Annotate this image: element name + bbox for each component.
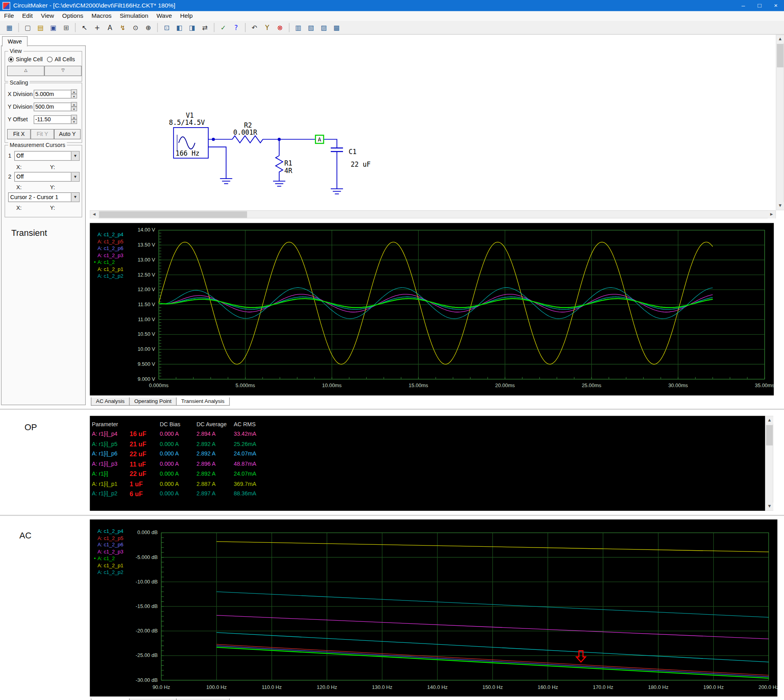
select-tool-icon: ↖: [82, 24, 87, 31]
tab-ac-analysis[interactable]: AC Analysis: [91, 397, 130, 406]
op-column-header: Parameter: [92, 421, 118, 427]
ac-chart[interactable]: A: c1_2_p4A: c1_2_p5A: c1_2_p6A: c1_2_p3…: [90, 519, 777, 696]
scrollbar-thumb[interactable]: [766, 425, 773, 446]
help-button[interactable]: ?: [230, 21, 242, 34]
next-sheet-button[interactable]: ◨: [186, 21, 198, 34]
op-vscrollbar[interactable]: ▲ ▼: [765, 416, 773, 511]
scrollbar-thumb[interactable]: [777, 44, 784, 67]
legend-label: A: c1_2_p6: [98, 245, 123, 251]
menu-item-file[interactable]: File: [0, 11, 18, 21]
cursor-diff-select[interactable]: Cursor 2 - Cursor 1 ▼: [8, 192, 80, 202]
scroll-up-icon[interactable]: ▲: [766, 416, 773, 424]
bode-window-button[interactable]: ▨: [317, 21, 330, 34]
select-tool-button[interactable]: ↖: [78, 21, 91, 34]
svg-text:11.00 V: 11.00 V: [138, 316, 155, 322]
scrollbar-thumb[interactable]: [99, 211, 247, 218]
op-dc-average: 2.892 A: [196, 470, 215, 477]
cursor2-select[interactable]: Off ▼: [14, 172, 79, 182]
scroll-left-icon[interactable]: ◀: [90, 211, 98, 218]
transient-chart[interactable]: A: c1_2_p4A: c1_2_p5A: c1_2_p6A: c1_2_p3…: [90, 223, 774, 395]
menu-item-wave[interactable]: Wave: [153, 11, 176, 21]
x-division-stepper[interactable]: ▴▾: [71, 89, 77, 98]
reset-icon: ↶: [252, 24, 257, 31]
tab-ac-analysis[interactable]: AC Analysis: [91, 698, 130, 700]
tab-transient-analysis[interactable]: Transient Analysis: [176, 698, 230, 700]
spinner-up-icon[interactable]: ▴: [71, 102, 77, 107]
menu-item-options[interactable]: Options: [58, 11, 87, 21]
op-parameter: A: r1[i]_p6: [92, 451, 118, 457]
chip-button[interactable]: ▦: [3, 21, 16, 34]
reset-button[interactable]: ↶: [248, 21, 261, 34]
single-cell-radio[interactable]: Single Cell: [8, 56, 43, 62]
spinner-up-icon[interactable]: ▴: [71, 89, 77, 94]
stop-simulation-button[interactable]: ⊗: [273, 21, 286, 34]
multimeter-probe-button[interactable]: Y: [261, 21, 273, 34]
save-button[interactable]: ▣: [47, 21, 60, 34]
menu-item-macros[interactable]: Macros: [87, 11, 115, 21]
tab-wave[interactable]: Wave: [2, 36, 28, 47]
delete-tool-button[interactable]: ↯: [117, 21, 129, 34]
menu-item-help[interactable]: Help: [176, 11, 197, 21]
waveform-window-button[interactable]: ▧: [305, 21, 317, 34]
tab-transient-analysis[interactable]: Transient Analysis: [176, 397, 230, 406]
spinner-down-icon[interactable]: ▾: [71, 107, 77, 111]
prev-sheet-button[interactable]: ◧: [173, 21, 186, 34]
y-offset-input[interactable]: -11.50: [34, 115, 72, 124]
cursor2-value: Off: [16, 173, 24, 181]
scope-window-button[interactable]: ▥: [292, 21, 305, 34]
pan-tool-button[interactable]: ⇄: [198, 21, 211, 34]
print-button[interactable]: ⊞: [60, 21, 72, 34]
ac-plot[interactable]: 90.0 Hz100.0 Hz110.0 Hz120.0 Hz130.0 Hz1…: [90, 519, 777, 696]
cursor1-select[interactable]: Off ▼: [14, 151, 79, 161]
y-division-input[interactable]: 500.0m: [34, 103, 72, 111]
chevron-down-icon[interactable]: ▼: [71, 193, 79, 201]
app-icon: [2, 2, 10, 9]
schematic-canvas[interactable]: A V1 8.5/14.5V 166 Hz R2 0.001R R1 4R C1…: [90, 35, 776, 210]
scale-up-button[interactable]: △: [7, 66, 44, 76]
y-division-stepper[interactable]: ▴▾: [71, 102, 77, 111]
close-button[interactable]: ×: [768, 0, 784, 11]
run-simulation-button[interactable]: ✓: [217, 21, 230, 34]
x-division-label: X Division: [8, 91, 32, 97]
spinner-down-icon[interactable]: ▾: [71, 119, 77, 124]
minimize-button[interactable]: –: [735, 0, 751, 11]
transient-plot[interactable]: 0.000ms5.000ms10.00ms15.00ms20.00ms25.00…: [90, 223, 774, 395]
chevron-down-icon[interactable]: ▼: [71, 152, 79, 160]
op-capacitance: 11 uF: [130, 461, 146, 468]
y-offset-stepper[interactable]: ▴▾: [71, 115, 77, 124]
new-file-button[interactable]: ▢: [21, 21, 34, 34]
open-file-button[interactable]: ▤: [34, 21, 47, 34]
menu-item-simulation[interactable]: Simulation: [116, 11, 153, 21]
all-cells-radio[interactable]: All Cells: [47, 56, 75, 62]
cursor1-x-label: X:: [16, 164, 21, 170]
scroll-down-icon[interactable]: ▼: [776, 202, 784, 210]
fit-y-button[interactable]: Fit Y: [31, 129, 54, 139]
maximize-button[interactable]: □: [751, 0, 767, 11]
scroll-up-icon[interactable]: ▲: [776, 35, 784, 43]
spinner-up-icon[interactable]: ▴: [71, 115, 77, 120]
schematic-vscrollbar[interactable]: ▲ ▼: [776, 35, 784, 210]
zoom-fit-button[interactable]: ⊡: [160, 21, 173, 34]
probe-tool-button[interactable]: ⊙: [129, 21, 142, 34]
auto-y-button[interactable]: Auto Y: [54, 129, 81, 139]
scaling-groupbox-label: Scaling: [8, 80, 30, 86]
op-parameter: A: r1[i]_p5: [92, 440, 118, 447]
analysis-window-button[interactable]: ▩: [330, 21, 343, 34]
svg-text:170.0 Hz: 170.0 Hz: [593, 684, 613, 690]
scroll-right-icon[interactable]: ▶: [768, 211, 775, 218]
svg-text:10.50 V: 10.50 V: [138, 331, 155, 337]
chevron-down-icon[interactable]: ▼: [71, 173, 79, 181]
schematic-hscrollbar[interactable]: ◀ ▶: [90, 210, 776, 218]
menu-item-view[interactable]: View: [37, 11, 58, 21]
menu-item-edit[interactable]: Edit: [18, 11, 37, 21]
add-wire-button[interactable]: +: [91, 21, 104, 34]
zoom-tool-button[interactable]: ⊕: [142, 21, 155, 34]
text-tool-button[interactable]: A: [104, 21, 116, 34]
x-division-input[interactable]: 5.000m: [34, 90, 72, 98]
scale-down-button[interactable]: ▽: [44, 66, 81, 76]
scroll-down-icon[interactable]: ▼: [766, 502, 773, 510]
spinner-down-icon[interactable]: ▾: [71, 94, 77, 99]
fit-x-button[interactable]: Fit X: [7, 129, 30, 139]
tab-operating-point[interactable]: Operating Point: [129, 397, 177, 406]
tab-operating-point[interactable]: Operating Point: [129, 698, 177, 700]
